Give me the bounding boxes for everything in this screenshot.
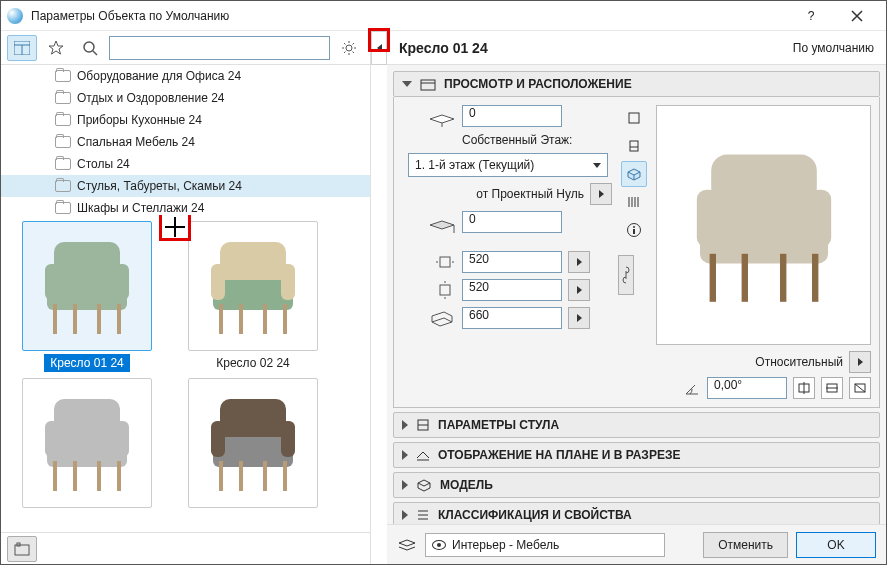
story-select[interactable]: 1. 1-й этаж (Текущий) (408, 153, 608, 177)
panel-header-plan-display[interactable]: ОТОБРАЖЕНИЕ НА ПЛАНЕ И В РАЗРЕЗЕ (393, 442, 880, 468)
project-zero-label: от Проектный Нуль (476, 187, 584, 201)
layer-select[interactable]: Интерьер - Мебель (425, 533, 665, 557)
project-zero-input[interactable]: 0 (462, 211, 562, 233)
folder-tree[interactable]: Оборудование для Офиса 24 Отдых и Оздоро… (1, 65, 370, 215)
dialog-window: Параметры Объекта по Умолчанию ? (0, 0, 887, 565)
panel-title: ПАРАМЕТРЫ СТУЛА (438, 418, 559, 432)
disclosure-triangle-icon (402, 450, 408, 460)
preview-info-button[interactable] (621, 217, 647, 243)
panel-preview: ПРОСМОТР И РАСПОЛОЖЕНИЕ 0 Собственный Эт… (393, 71, 880, 408)
folder-icon (55, 92, 71, 104)
tree-label: Столы 24 (77, 157, 130, 171)
mirror-corner-button[interactable] (849, 377, 871, 399)
help-button[interactable]: ? (788, 1, 834, 31)
eye-icon (432, 540, 446, 550)
object-item[interactable] (173, 378, 333, 515)
folder-icon (55, 180, 71, 192)
preview-viewport[interactable] (656, 105, 871, 345)
width-input[interactable]: 520 (462, 251, 562, 273)
tree-item[interactable]: Оборудование для Офиса 24 (1, 65, 370, 87)
preview-3d-button[interactable] (621, 161, 647, 187)
svg-rect-18 (629, 113, 639, 123)
width-icon (434, 253, 456, 271)
position-form: 0 Собственный Этаж: 1. 1-й этаж (Текущий… (402, 105, 612, 399)
tree-label: Отдых и Оздоровление 24 (77, 91, 225, 105)
cancel-button[interactable]: Отменить (703, 532, 788, 558)
tree-item[interactable]: Стулья, Табуреты, Скамьи 24 (1, 175, 370, 197)
tree-item[interactable]: Шкафы и Стеллажи 24 (1, 197, 370, 215)
svg-point-26 (633, 226, 635, 228)
height-input[interactable]: 660 (462, 307, 562, 329)
svg-rect-8 (421, 80, 435, 90)
collapse-browser-button[interactable] (371, 31, 387, 65)
disclosure-triangle-icon (402, 510, 408, 520)
object-thumbnail (22, 221, 152, 351)
panel-title: КЛАССИФИКАЦИЯ И СВОЙСТВА (438, 508, 632, 522)
favorite-button[interactable] (41, 35, 71, 61)
settings-pane: Кресло 01 24 По умолчанию ПРОСМОТР И РАС… (387, 31, 886, 564)
angle-input[interactable]: 0,00° (707, 377, 787, 399)
panel-header-preview[interactable]: ПРОСМОТР И РАСПОЛОЖЕНИЕ (393, 71, 880, 97)
svg-point-5 (346, 45, 352, 51)
folder-icon (55, 158, 71, 170)
angle-icon (683, 379, 701, 397)
preview-front-button[interactable] (621, 133, 647, 159)
to-zero-icon (428, 211, 456, 233)
svg-rect-12 (440, 257, 450, 267)
folder-icon (55, 70, 71, 82)
link-dimensions-button[interactable] (618, 255, 634, 295)
ok-button[interactable]: OK (796, 532, 876, 558)
svg-line-33 (855, 384, 865, 392)
object-item[interactable] (7, 378, 167, 515)
library-toolbar (1, 31, 370, 65)
search-button[interactable] (75, 35, 105, 61)
settings-header: Кресло 01 24 По умолчанию (387, 31, 886, 65)
depth-arrow-button[interactable] (568, 279, 590, 301)
object-item[interactable]: Кресло 01 24 (7, 221, 167, 372)
tree-item[interactable]: Столы 24 (1, 153, 370, 175)
svg-rect-15 (440, 285, 450, 295)
app-icon (7, 8, 23, 24)
object-item[interactable]: Кресло 02 24 (173, 221, 333, 372)
tree-item[interactable]: Спальная Мебель 24 (1, 131, 370, 153)
mirror-x-button[interactable] (793, 377, 815, 399)
mirror-y-button[interactable] (821, 377, 843, 399)
preview-icon (420, 77, 436, 91)
preview-wire-button[interactable] (621, 105, 647, 131)
object-label: Кресло 01 24 (44, 354, 130, 372)
folder-icon (55, 136, 71, 148)
tree-label: Спальная Мебель 24 (77, 135, 195, 149)
library-footer (1, 532, 370, 564)
library-pane: Оборудование для Офиса 24 Отдых и Оздоро… (1, 31, 371, 564)
settings-button[interactable] (334, 35, 364, 61)
object-browser[interactable]: Кресло 01 24 Кресло 02 24 (1, 215, 370, 532)
panel-plan-display: ОТОБРАЖЕНИЕ НА ПЛАНЕ И В РАЗРЕЗЕ (393, 442, 880, 468)
angle-mode-button[interactable] (849, 351, 871, 373)
view-mode-button[interactable] (7, 35, 37, 61)
default-label: По умолчанию (793, 41, 874, 55)
params-icon (416, 418, 430, 432)
panel-header-classification[interactable]: КЛАССИФИКАЦИЯ И СВОЙСТВА (393, 502, 880, 524)
svg-rect-19 (630, 141, 638, 151)
folder-icon (55, 202, 71, 214)
preview-mode-column (620, 105, 648, 399)
window-title: Параметры Объекта по Умолчанию (31, 9, 788, 23)
tree-item[interactable]: Отдых и Оздоровление 24 (1, 87, 370, 109)
reference-level-button[interactable] (590, 183, 612, 205)
close-button[interactable] (834, 1, 880, 31)
object-thumbnail (22, 378, 152, 508)
panel-header-chair-params[interactable]: ПАРАМЕТРЫ СТУЛА (393, 412, 880, 438)
width-arrow-button[interactable] (568, 251, 590, 273)
depth-input[interactable]: 520 (462, 279, 562, 301)
tree-item[interactable]: Приборы Кухонные 24 (1, 109, 370, 131)
object-label: Кресло 02 24 (210, 354, 296, 372)
panel-title: ПРОСМОТР И РАСПОЛОЖЕНИЕ (444, 77, 632, 91)
preview-elevation-button[interactable] (621, 189, 647, 215)
panel-header-model[interactable]: МОДЕЛЬ (393, 472, 880, 498)
tree-label: Оборудование для Офиса 24 (77, 69, 241, 83)
height-arrow-button[interactable] (568, 307, 590, 329)
search-input[interactable] (109, 36, 330, 60)
object-label (247, 511, 259, 515)
library-manager-button[interactable] (7, 536, 37, 562)
elevation-input[interactable]: 0 (462, 105, 562, 127)
